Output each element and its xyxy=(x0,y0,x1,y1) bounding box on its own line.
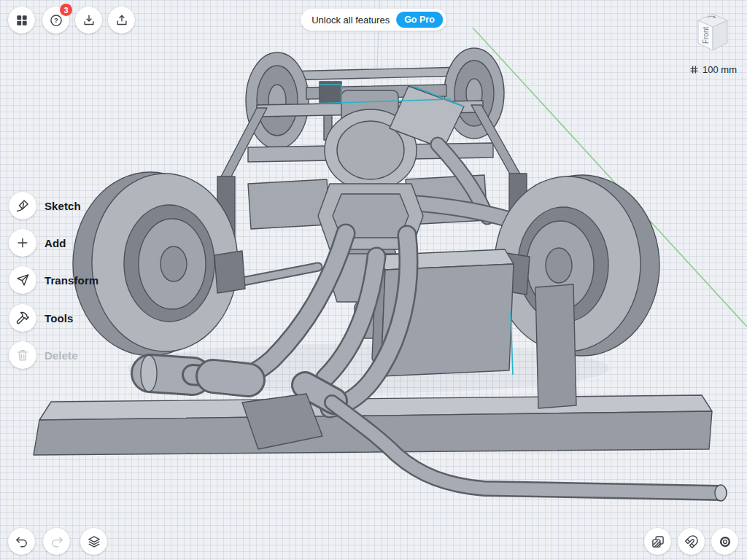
viewport-3d[interactable] xyxy=(0,0,747,560)
menu-item-label: Add xyxy=(44,237,66,249)
menu-item-label: Tools xyxy=(44,312,73,324)
undo-icon xyxy=(15,534,29,549)
sketch-pen-icon xyxy=(15,198,30,213)
help-button[interactable]: ? 3 xyxy=(42,7,69,34)
promo-text: Unlock all features xyxy=(311,15,390,26)
app-screen: ? 3 Unlock all features Go Pro Front 100… xyxy=(0,0,747,560)
svg-text:?: ? xyxy=(54,16,58,24)
settings-button[interactable] xyxy=(711,528,738,555)
export-icon xyxy=(115,13,129,28)
gear-icon xyxy=(718,534,732,549)
grid-size-indicator: 100 mm xyxy=(689,64,737,75)
hammer-icon xyxy=(15,311,30,325)
menu-item-tools[interactable]: Tools xyxy=(9,304,73,332)
menu-item-label: Sketch xyxy=(44,200,81,212)
help-icon: ? xyxy=(49,13,63,28)
view-cube-face-label: Front xyxy=(702,26,710,44)
import-button[interactable] xyxy=(75,7,102,34)
layers-button[interactable] xyxy=(80,528,107,555)
transform-icon xyxy=(15,273,30,287)
apps-button[interactable] xyxy=(8,7,35,34)
import-icon xyxy=(82,13,96,28)
export-button[interactable] xyxy=(108,7,135,34)
go-pro-button[interactable]: Go Pro xyxy=(396,12,443,28)
stack-icon xyxy=(651,534,665,549)
undo-button[interactable] xyxy=(8,528,35,555)
redo-icon xyxy=(50,534,64,549)
chassis-model[interactable] xyxy=(34,48,727,501)
redo-button[interactable] xyxy=(43,528,70,555)
menu-item-sketch[interactable]: Sketch xyxy=(9,192,81,219)
menu-item-transform[interactable]: Transform xyxy=(9,266,98,294)
plus-icon xyxy=(15,236,30,250)
trash-icon xyxy=(15,348,30,362)
menu-item-label: Delete xyxy=(44,349,78,362)
rear-wheel-left xyxy=(246,52,309,149)
promo-banner[interactable]: Unlock all features Go Pro xyxy=(301,9,446,31)
apps-grid-icon xyxy=(15,13,29,28)
wheel-hanger xyxy=(535,284,576,408)
layers-icon xyxy=(87,534,101,549)
view-cube[interactable]: Front xyxy=(692,9,734,54)
menu-item-add[interactable]: Add xyxy=(9,229,66,257)
menu-item-delete[interactable]: Delete xyxy=(9,341,78,369)
menu-item-label: Transform xyxy=(44,274,98,287)
copies-button[interactable] xyxy=(644,528,671,555)
snap-button[interactable] xyxy=(678,528,705,555)
notification-badge: 3 xyxy=(60,4,72,16)
magnet-icon xyxy=(684,534,699,549)
grid-scale-icon xyxy=(689,65,699,74)
grid-size-value: 100 mm xyxy=(703,64,737,75)
front-wheel-left xyxy=(73,172,238,356)
